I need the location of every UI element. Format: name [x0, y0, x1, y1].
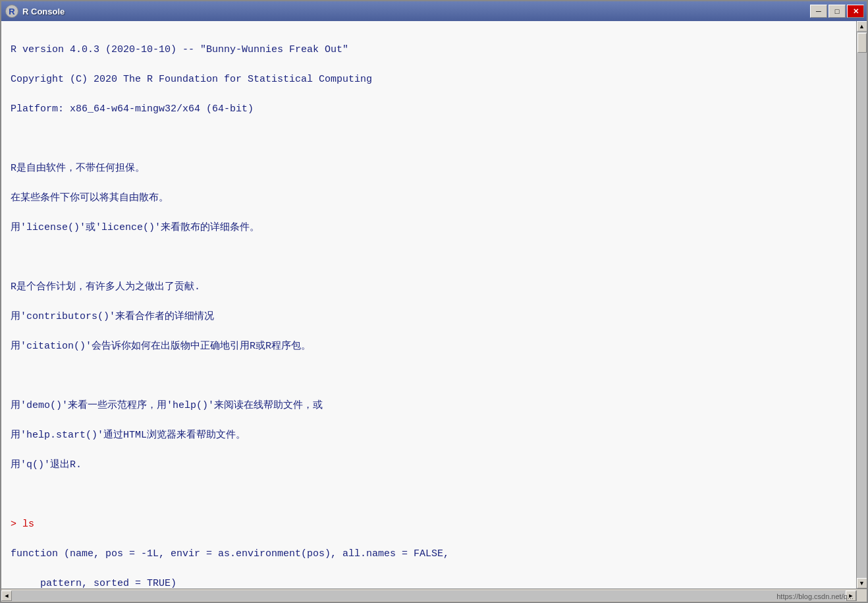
console-line-10: 用'contributors()'来看合作者的详细情况	[11, 311, 214, 322]
console-blank-1	[11, 133, 16, 144]
content-area: R version 4.0.3 (2020-10-10) -- "Bunny-W…	[1, 21, 867, 589]
title-bar: R R Console ─ □ ✕	[1, 1, 867, 21]
close-button[interactable]: ✕	[847, 5, 864, 18]
minimize-button[interactable]: ─	[810, 5, 827, 18]
console-line-2: Copyright (C) 2020 The R Foundation for …	[11, 74, 372, 85]
scroll-left-button[interactable]: ◄	[1, 590, 12, 601]
console-line-14: 用'help.start()'通过HTML浏览器来看帮助文件。	[11, 430, 246, 441]
console-line-13: 用'demo()'来看一些示范程序，用'help()'来阅读在线帮助文件，或	[11, 400, 323, 411]
console-code-1: function (name, pos = -1L, envir = as.en…	[11, 548, 449, 560]
scroll-track-v[interactable]	[857, 32, 867, 578]
scroll-thumb-v[interactable]	[857, 33, 867, 53]
console-line-15: 用'q()'退出R.	[11, 459, 82, 471]
scroll-track-h[interactable]	[12, 590, 846, 601]
maximize-button[interactable]: □	[828, 5, 846, 18]
console-line-7: 用'license()'或'licence()'来看散布的详细条件。	[11, 222, 259, 233]
console-prompt: > ls	[11, 519, 34, 530]
console-line-11: 用'citation()'会告诉你如何在出版物中正确地引用R或R程序包。	[11, 341, 311, 352]
console-code-2: pattern, sorted = TRUE)	[11, 578, 176, 589]
console-line-5: R是自由软件，不带任何担保。	[11, 163, 145, 174]
console-blank-3	[11, 370, 16, 382]
scrollbar-corner	[856, 590, 867, 601]
title-bar-left: R R Console	[5, 5, 65, 18]
scroll-up-button[interactable]: ▲	[857, 21, 867, 32]
console-line-6: 在某些条件下你可以将其自由散布。	[11, 192, 169, 204]
console-line-1: R version 4.0.3 (2020-10-10) -- "Bunny-W…	[11, 44, 348, 55]
title-bar-buttons: ─ □ ✕	[810, 5, 864, 18]
vertical-scrollbar[interactable]: ▲ ▼	[856, 21, 867, 589]
console-area[interactable]: R version 4.0.3 (2020-10-10) -- "Bunny-W…	[1, 21, 856, 589]
console-blank-2	[11, 252, 16, 263]
bottom-bar: ◄ ► https://blog.csdn.net/q...	[1, 589, 867, 602]
console-line-9: R是个合作计划，有许多人为之做出了贡献.	[11, 281, 200, 293]
console-line-3: Platform: x86_64-w64-mingw32/x64 (64-bit…	[11, 103, 254, 115]
r-logo-icon: R	[5, 5, 18, 18]
window-title: R Console	[22, 7, 65, 16]
console-output: R version 4.0.3 (2020-10-10) -- "Bunny-W…	[1, 21, 856, 589]
r-console-window: R R Console ─ □ ✕ R version 4.0.3 (2020-…	[0, 0, 868, 603]
scroll-down-button[interactable]: ▼	[857, 578, 867, 589]
console-blank-4	[11, 489, 16, 500]
status-url: https://blog.csdn.net/q...	[776, 592, 854, 600]
